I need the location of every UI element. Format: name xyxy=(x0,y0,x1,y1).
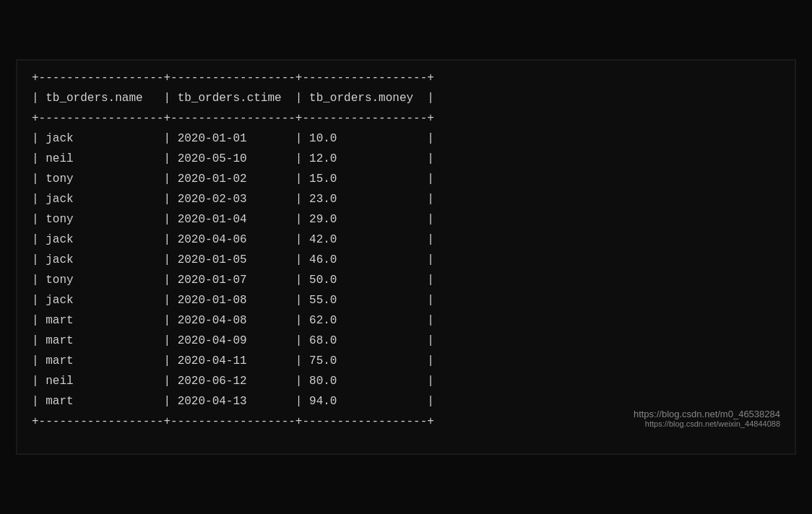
terminal-container: +------------------+------------------+-… xyxy=(16,59,796,455)
table-wrapper: +------------------+------------------+-… xyxy=(32,68,780,432)
table-content: +------------------+------------------+-… xyxy=(32,68,780,432)
watermark-line1: https://blog.csdn.net/m0_46538284 xyxy=(634,409,780,419)
watermark-line2: https://blog.csdn.net/weixin_44844088 xyxy=(634,419,780,428)
watermark: https://blog.csdn.net/m0_46538284 https:… xyxy=(634,409,780,428)
